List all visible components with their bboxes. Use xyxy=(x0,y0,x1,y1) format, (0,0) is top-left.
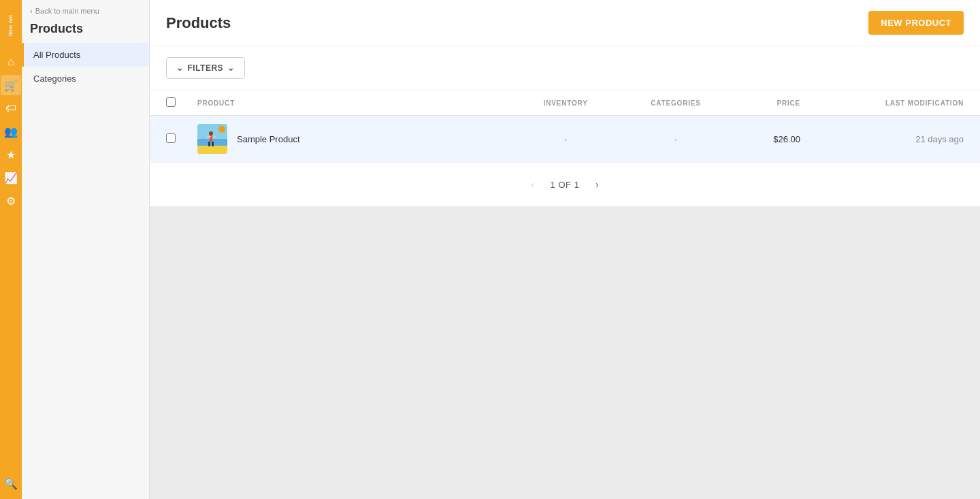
nav-rail: flinc not ⌂ 🛒 🏷 👥 ★ 📈 ⚙ 🔍 xyxy=(0,0,22,499)
gear-nav-icon[interactable]: ⚙ xyxy=(1,191,21,211)
pagination-next-button[interactable]: › xyxy=(587,175,606,194)
row-modification: 21 days ago xyxy=(811,116,980,163)
header-checkbox-cell xyxy=(150,91,186,116)
svg-rect-6 xyxy=(208,142,210,146)
product-name: Sample Product xyxy=(237,134,300,144)
header-categories: CATEGORIES xyxy=(619,91,734,116)
pagination-info: 1 OF 1 xyxy=(551,180,580,190)
users-nav-icon[interactable]: 👥 xyxy=(1,121,21,142)
content-header: Products NEW PRODUCT xyxy=(150,0,980,46)
row-product-cell: Sample Product xyxy=(186,116,513,163)
header-price: PRICE xyxy=(733,91,811,116)
logo-text: flinc not xyxy=(8,15,14,36)
logo: flinc not xyxy=(0,5,22,46)
header-product: PRODUCT xyxy=(186,91,513,116)
chevron-down-icon: ⌄ xyxy=(176,63,184,73)
product-cell: Sample Product xyxy=(197,124,502,154)
pagination-of-label: OF xyxy=(558,180,574,190)
left-panel: ‹ Back to main menu Products All Product… xyxy=(22,0,150,499)
select-all-checkbox[interactable] xyxy=(166,97,176,107)
home-nav-icon[interactable]: ⌂ xyxy=(1,52,21,72)
row-price: $26.00 xyxy=(733,116,811,163)
search-nav-icon[interactable]: 🔍 xyxy=(1,473,21,494)
svg-point-4 xyxy=(209,131,213,135)
svg-point-3 xyxy=(218,126,225,133)
svg-rect-8 xyxy=(207,136,211,138)
filters-bar: ⌄ FILTERS ⌄ xyxy=(150,46,980,91)
back-arrow-icon: ‹ xyxy=(30,7,33,15)
chevron-down-icon-2: ⌄ xyxy=(227,63,235,73)
filters-label: FILTERS xyxy=(188,63,224,73)
header-inventory: INVENTORY xyxy=(513,91,619,116)
content-card: Products NEW PRODUCT ⌄ FILTERS ⌄ PRODUCT… xyxy=(150,0,980,206)
pagination-prev-button[interactable]: ‹ xyxy=(523,175,542,194)
sidebar-item-categories-label: Categories xyxy=(33,74,76,84)
product-thumbnail xyxy=(197,124,227,154)
row-categories: - xyxy=(619,116,734,163)
table-header-row: PRODUCT INVENTORY CATEGORIES PRICE LAST … xyxy=(150,91,980,116)
products-table: PRODUCT INVENTORY CATEGORIES PRICE LAST … xyxy=(150,91,980,163)
svg-rect-7 xyxy=(212,142,214,146)
sidebar-item-categories[interactable]: Categories xyxy=(22,67,149,91)
filters-button[interactable]: ⌄ FILTERS ⌄ xyxy=(166,57,245,79)
back-link[interactable]: ‹ Back to main menu xyxy=(22,0,149,19)
chart-nav-icon[interactable]: 📈 xyxy=(1,167,21,188)
sidebar-item-all-products[interactable]: All Products xyxy=(22,43,149,67)
table-body: Sample Product - - $26.00 21 days ago xyxy=(150,116,980,163)
tag-nav-icon[interactable]: 🏷 xyxy=(1,98,21,118)
table-row[interactable]: Sample Product - - $26.00 21 days ago xyxy=(150,116,980,163)
star-nav-icon[interactable]: ★ xyxy=(1,144,21,165)
sidebar-title: Products xyxy=(22,19,149,43)
new-product-button[interactable]: NEW PRODUCT xyxy=(868,11,964,35)
header-modification: LAST MODIFICATION xyxy=(811,91,980,116)
cart-nav-icon[interactable]: 🛒 xyxy=(1,75,21,95)
pagination-total: 1 xyxy=(574,180,580,190)
back-link-label: Back to main menu xyxy=(35,7,99,15)
row-checkbox-cell xyxy=(150,116,186,163)
row-inventory: - xyxy=(513,116,619,163)
sidebar-item-all-products-label: All Products xyxy=(33,50,80,60)
page-title: Products xyxy=(166,14,231,32)
main-content: Products NEW PRODUCT ⌄ FILTERS ⌄ PRODUCT… xyxy=(150,0,980,499)
pagination-bar: ‹ 1 OF 1 › xyxy=(150,163,980,206)
pagination-current: 1 xyxy=(551,180,556,190)
row-checkbox[interactable] xyxy=(166,133,176,143)
product-thumbnail-image xyxy=(197,124,227,154)
